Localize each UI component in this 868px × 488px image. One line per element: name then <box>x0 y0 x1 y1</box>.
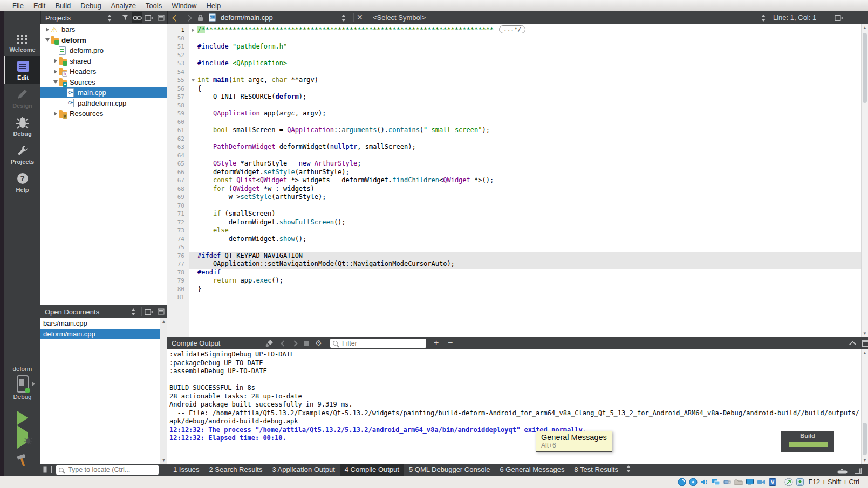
expander-icon[interactable] <box>52 70 59 74</box>
usb-icon[interactable] <box>723 478 732 487</box>
build-button[interactable] <box>4 453 40 468</box>
toggle-right-sidebar-icon[interactable] <box>855 466 862 476</box>
code-line-67[interactable]: 67 const QList<QWidget *> widgets = defo… <box>167 176 861 185</box>
code-line-77[interactable]: 77 QApplication::setNavigationMode(Qt::N… <box>167 260 861 269</box>
display-icon[interactable] <box>746 478 755 487</box>
output-pane-button-6-general-messages[interactable]: 6 General Messages <box>495 464 570 476</box>
code-line-63[interactable]: 63 PathDeformWidget deformWidget(nullptr… <box>167 143 861 152</box>
fold-marker-icon[interactable] <box>189 26 197 35</box>
mode-edit[interactable]: Edit <box>4 56 40 84</box>
code-line-81[interactable]: 81 <box>167 293 861 302</box>
code-line-57[interactable]: 57 Q_INIT_RESOURCE(deform); <box>167 93 861 101</box>
zoom-out-button[interactable]: − <box>448 337 453 349</box>
code-line-68[interactable]: 68 for (QWidget *w : widgets) <box>167 185 861 194</box>
hard-disk-icon[interactable] <box>678 478 687 487</box>
code-line-52[interactable]: 52 <box>167 51 861 60</box>
code-line-76[interactable]: 76#ifdef QT_KEYPAD_NAVIGATION <box>167 252 861 260</box>
previous-item-icon[interactable] <box>281 340 286 346</box>
locator-input[interactable] <box>67 465 156 474</box>
close-panel-icon[interactable] <box>155 12 166 23</box>
compile-output-body[interactable]: :validateSigningDebug UP-TO-DATE:package… <box>167 349 861 464</box>
tree-item-headers[interactable]: hHeaders <box>40 66 167 77</box>
code-line-56[interactable]: 56{ <box>167 85 861 93</box>
open-document-bars-main-cpp[interactable]: bars/main.cpp <box>40 318 160 329</box>
go-back-icon[interactable] <box>172 15 179 22</box>
scroll-up-icon[interactable]: ▲ <box>862 350 868 355</box>
network-icon[interactable] <box>712 478 721 487</box>
split-new-window-icon[interactable] <box>143 12 154 23</box>
next-item-icon[interactable] <box>291 340 297 346</box>
code-line-54[interactable]: 54 <box>167 68 861 77</box>
code-line-66[interactable]: 66 deformWidget.setStyle(arthurStyle); <box>167 168 861 177</box>
code-line-61[interactable]: 61 bool smallScreen = QApplication::argu… <box>167 126 861 135</box>
code-line-70[interactable]: 70 <box>167 202 861 210</box>
code-line-51[interactable]: 51#include "pathdeform.h" <box>167 43 861 51</box>
scroll-down-icon[interactable]: ▼ <box>862 331 868 336</box>
pane-selector-updown-icon[interactable] <box>104 12 115 23</box>
menu-window[interactable]: Window <box>167 2 201 10</box>
zoom-in-button[interactable]: + <box>434 337 439 349</box>
code-line-1[interactable]: 1/**************************************… <box>167 26 861 35</box>
expander-icon[interactable] <box>44 38 51 42</box>
scroll-down-icon[interactable]: ▼ <box>862 458 868 463</box>
scrollbar-thumb[interactable] <box>863 423 867 455</box>
output-pane-button-2-search-results[interactable]: 2 Search Results <box>204 464 267 476</box>
code-line-71[interactable]: 71 if (smallScreen) <box>167 210 861 218</box>
mode-projects[interactable]: Projects <box>4 140 40 168</box>
close-document-icon[interactable]: ✕ <box>357 11 363 24</box>
output-pane-button-5-qml-debugger-console[interactable]: 5 QML Debugger Console <box>404 464 495 476</box>
optical-disk-icon[interactable] <box>689 478 698 487</box>
document-dropdown-icon[interactable] <box>341 14 346 24</box>
output-filter-field[interactable] <box>330 339 426 348</box>
expander-icon[interactable] <box>44 28 51 32</box>
filter-icon[interactable] <box>120 12 131 23</box>
code-line-69[interactable]: 69 w->setStyle(arthurStyle); <box>167 193 861 202</box>
menu-build[interactable]: Build <box>50 2 76 10</box>
code-line-64[interactable]: 64 <box>167 152 861 160</box>
open-document-selector[interactable]: deform/main.cpp <box>221 11 273 24</box>
menu-help[interactable]: Help <box>201 2 225 10</box>
stop-icon[interactable] <box>304 341 309 346</box>
mode-welcome[interactable]: Welcome <box>4 28 40 56</box>
mode-debug[interactable]: Debug <box>4 112 40 140</box>
tree-item-resources[interactable]: #Resources <box>40 108 167 119</box>
mouse-integration-icon[interactable] <box>784 478 794 487</box>
code-line-60[interactable]: 60 <box>167 118 861 127</box>
locator-field[interactable] <box>56 465 159 475</box>
output-scrollbar[interactable]: ▲ ▼ <box>861 349 868 464</box>
split-editor-icon[interactable] <box>835 14 843 24</box>
open-documents-scrollbar[interactable]: ▲ ▼ <box>160 318 167 464</box>
keyboard-capture-icon[interactable] <box>796 478 805 487</box>
maximize-pane-icon[interactable] <box>862 340 868 347</box>
scroll-up-icon[interactable]: ▲ <box>862 25 868 30</box>
output-pane-button-4-compile-output[interactable]: 4 Compile Output <box>340 464 404 476</box>
shared-folders-icon[interactable] <box>734 478 743 487</box>
virtualization-icon[interactable]: V <box>768 478 777 487</box>
editor-scrollbar[interactable]: ▲ ▼ <box>861 24 868 337</box>
code-line-72[interactable]: 72 deformWidget.showFullScreen(); <box>167 218 861 227</box>
menu-edit[interactable]: Edit <box>29 2 50 10</box>
code-line-58[interactable]: 58 <box>167 101 861 110</box>
code-line-78[interactable]: 78#endif <box>167 269 861 277</box>
scroll-down-icon[interactable]: ▼ <box>160 458 167 463</box>
symbol-selector[interactable]: <Select Symbol> <box>373 11 426 24</box>
expander-icon[interactable] <box>52 112 59 116</box>
mode-design[interactable]: Design <box>4 84 40 112</box>
kit-selector-button[interactable] <box>4 375 40 394</box>
tree-item-deform[interactable]: deform <box>40 35 167 46</box>
filter-input[interactable] <box>341 339 423 348</box>
open-documents-title[interactable]: Open Documents <box>45 308 128 316</box>
expander-icon[interactable] <box>52 59 59 63</box>
expander-icon[interactable] <box>52 80 59 84</box>
go-forward-icon[interactable] <box>185 15 192 22</box>
fold-marker-icon[interactable] <box>189 76 197 85</box>
menu-file[interactable]: File <box>8 2 29 10</box>
code-line-65[interactable]: 65 QStyle *arthurStyle = new ArthurStyle… <box>167 160 861 168</box>
mode-help[interactable]: ?Help <box>4 168 40 196</box>
recording-icon[interactable] <box>757 478 766 487</box>
tree-item-main-cpp[interactable]: main.cpp <box>40 87 167 98</box>
code-line-80[interactable]: 80} <box>167 285 861 294</box>
tree-item-bars[interactable]: ⚠bars <box>40 24 167 35</box>
close-panel-icon[interactable] <box>155 306 166 317</box>
tree-item-deform-pro[interactable]: deform.pro <box>40 45 167 56</box>
